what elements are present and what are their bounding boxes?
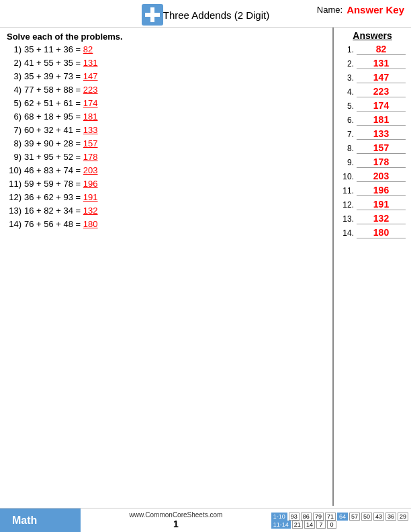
- problems-area: Solve each of the problems. 1) 35 + 11 +…: [0, 28, 334, 506]
- ans-val: 191: [357, 199, 406, 210]
- stat-50: 50: [361, 513, 372, 521]
- problem-answer: 82: [83, 44, 93, 54]
- stat-93: 93: [289, 513, 300, 521]
- problem-num: 3): [7, 71, 21, 81]
- name-area: Name: Answer Key: [317, 4, 404, 15]
- problem-equation: 59 + 59 + 78 = 196: [24, 179, 326, 189]
- problem-answer: 203: [83, 165, 98, 175]
- stat-7: 7: [316, 521, 326, 529]
- ans-val: 147: [357, 72, 406, 83]
- ans-num: 10.: [339, 172, 354, 181]
- stats-label-1: 1-10: [271, 513, 287, 521]
- problem-row: 1) 35 + 11 + 36 = 82: [7, 44, 326, 54]
- ans-val: 132: [357, 213, 406, 224]
- footer-url: www.CommonCoreSheets.com: [129, 511, 222, 519]
- ans-num: 8.: [339, 144, 354, 153]
- main-content: Solve each of the problems. 1) 35 + 11 +…: [0, 28, 411, 506]
- problem-answer: 132: [83, 206, 98, 216]
- ans-num: 3.: [339, 73, 354, 83]
- footer-stats: 1-10 93 86 79 71 64 57 50 43 36 29 11-14…: [271, 513, 411, 529]
- stat-71: 71: [325, 513, 336, 521]
- ans-num: 9.: [339, 158, 354, 167]
- page-title: Three Addends (2 Digit): [163, 9, 269, 21]
- problem-equation: 68 + 18 + 95 = 181: [24, 112, 326, 122]
- answer-row: 5. 174: [339, 100, 406, 112]
- problem-equation: 62 + 51 + 61 = 174: [24, 98, 326, 108]
- problem-answer: 180: [83, 219, 98, 229]
- problem-row: 9) 31 + 95 + 52 = 178: [7, 152, 326, 162]
- footer-math-label: Math: [0, 508, 81, 532]
- problem-answer: 157: [83, 138, 98, 148]
- answer-row: 7. 133: [339, 128, 406, 140]
- problem-num: 6): [7, 112, 21, 122]
- problem-equation: 60 + 32 + 41 = 133: [24, 125, 326, 135]
- problem-num: 13): [7, 206, 21, 216]
- problem-answer: 131: [83, 58, 98, 68]
- answer-key-column: Answers 1. 82 2. 131 3. 147 4. 223 5. 17…: [334, 28, 411, 506]
- problem-row: 11) 59 + 59 + 78 = 196: [7, 179, 326, 189]
- instruction: Solve each of the problems.: [7, 32, 326, 42]
- answer-row: 1. 82: [339, 44, 406, 55]
- answer-row: 2. 131: [339, 58, 406, 69]
- problem-row: 6) 68 + 18 + 95 = 181: [7, 112, 326, 122]
- ans-val: 82: [357, 44, 406, 55]
- answer-row: 10. 203: [339, 171, 406, 182]
- problem-equation: 36 + 62 + 93 = 191: [24, 192, 326, 202]
- stat-21: 21: [292, 521, 303, 529]
- problem-row: 4) 77 + 58 + 88 = 223: [7, 85, 326, 95]
- problem-row: 12) 36 + 62 + 93 = 191: [7, 192, 326, 202]
- problem-num: 12): [7, 192, 21, 202]
- stat-57: 57: [349, 513, 360, 521]
- ans-num: 11.: [339, 186, 354, 195]
- math-label: Math: [12, 515, 37, 527]
- name-label: Name:: [317, 5, 342, 15]
- problem-row: 14) 76 + 56 + 48 = 180: [7, 219, 326, 229]
- problem-answer: 223: [83, 85, 98, 95]
- page-number: 1: [173, 519, 179, 529]
- answer-row: 4. 223: [339, 86, 406, 97]
- ans-num: 7.: [339, 130, 354, 139]
- problem-num: 5): [7, 98, 21, 108]
- problem-answer: 196: [83, 179, 98, 189]
- problem-num: 7): [7, 125, 21, 135]
- problem-answer: 133: [83, 125, 98, 135]
- ans-val: 157: [357, 142, 406, 154]
- problem-equation: 41 + 55 + 35 = 131: [24, 58, 326, 68]
- problem-equation: 35 + 39 + 73 = 147: [24, 71, 326, 81]
- stat-43: 43: [373, 513, 384, 521]
- problem-row: 10) 46 + 83 + 74 = 203: [7, 165, 326, 175]
- ans-num: 12.: [339, 200, 354, 210]
- problem-row: 5) 62 + 51 + 61 = 174: [7, 98, 326, 108]
- footer: Math www.CommonCoreSheets.com 1 1-10 93 …: [0, 508, 411, 532]
- problem-equation: 46 + 83 + 74 = 203: [24, 165, 326, 175]
- answer-row: 9. 178: [339, 157, 406, 168]
- stat-79: 79: [313, 513, 324, 521]
- problem-equation: 16 + 82 + 34 = 132: [24, 206, 326, 216]
- footer-center: www.CommonCoreSheets.com 1: [81, 511, 271, 529]
- answer-row: 12. 191: [339, 199, 406, 210]
- stat-29: 29: [398, 513, 408, 521]
- problem-row: 3) 35 + 39 + 73 = 147: [7, 71, 326, 81]
- ans-num: 2.: [339, 59, 354, 69]
- problem-answer: 181: [83, 112, 98, 122]
- problem-answer: 191: [83, 192, 98, 202]
- ans-num: 14.: [339, 228, 354, 238]
- answer-key-label: Answer Key: [347, 4, 404, 15]
- problem-answer: 178: [83, 152, 98, 162]
- problems-list: 1) 35 + 11 + 36 = 82 2) 41 + 55 + 35 = 1…: [7, 44, 326, 229]
- problem-answer: 147: [83, 71, 98, 81]
- ans-num: 13.: [339, 214, 354, 224]
- problem-equation: 77 + 58 + 88 = 223: [24, 85, 326, 95]
- problem-num: 2): [7, 58, 21, 68]
- problem-equation: 35 + 11 + 36 = 82: [24, 44, 326, 54]
- answer-row: 6. 181: [339, 114, 406, 126]
- ans-val: 178: [357, 157, 406, 168]
- ans-val: 133: [357, 128, 406, 140]
- ans-num: 4.: [339, 87, 354, 97]
- problem-num: 8): [7, 138, 21, 148]
- header: Three Addends (2 Digit) Name: Answer Key: [0, 0, 411, 28]
- stat-36: 36: [385, 513, 396, 521]
- problem-row: 7) 60 + 32 + 41 = 133: [7, 125, 326, 135]
- ans-num: 6.: [339, 116, 354, 125]
- problem-row: 13) 16 + 82 + 34 = 132: [7, 206, 326, 216]
